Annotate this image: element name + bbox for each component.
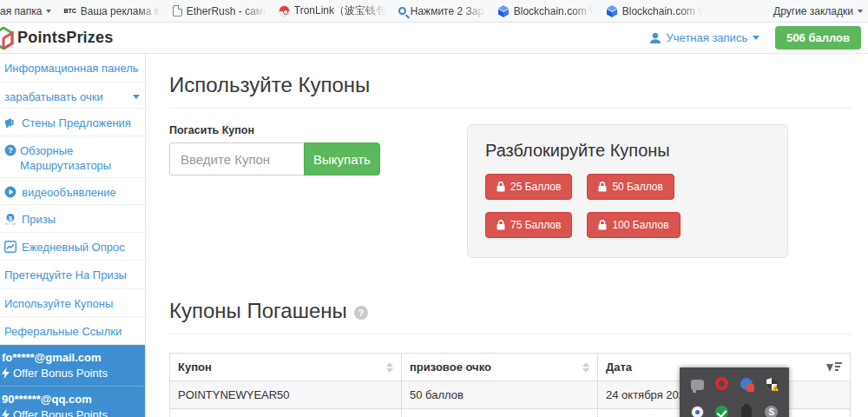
lock-icon — [598, 182, 607, 192]
opera-icon[interactable] — [715, 377, 728, 390]
notification-offer-text: Offer Bonus Points — [13, 408, 108, 417]
sidebar-item-survey-routers[interactable]: ? Обзорные Маршрутизаторы — [0, 136, 145, 178]
unlock-25-points-button[interactable]: 25 Баллов — [485, 174, 572, 200]
bookmark-item[interactable]: Blockchain.com Wa — [606, 5, 702, 17]
system-tray-popup: ! S — [680, 367, 789, 417]
lock-icon — [598, 220, 607, 230]
unlock-50-points-button[interactable]: 50 Баллов — [587, 174, 674, 200]
brand-name: PointsPrizes — [17, 29, 113, 47]
chat-tooltip-icon[interactable] — [691, 380, 704, 390]
help-icon[interactable]: ? — [354, 306, 368, 320]
media-player-icon[interactable] — [691, 406, 704, 417]
lightning-icon — [2, 409, 10, 417]
other-bookmarks-button[interactable]: Другие закладки — [773, 5, 863, 17]
bookmark-label: EtherRush - самый — [187, 5, 266, 17]
notification-offer-text: Offer Bonus Points — [13, 367, 108, 380]
tronlink-favicon — [279, 5, 290, 17]
sidebar-item-use-coupons[interactable]: Используйте Купоны — [0, 289, 145, 317]
coupon-cell: Тень 25 — [170, 409, 402, 417]
sidebar-item-label: Реферальные Ссылки — [4, 324, 140, 339]
question-circle-icon: ? — [4, 144, 16, 156]
column-header-points[interactable]: призовое очко — [402, 354, 598, 381]
sidebar-item-label: Призы — [22, 212, 140, 227]
column-label: Купон — [178, 361, 386, 374]
sidebar-item-label: зарабатывать очки — [4, 89, 133, 104]
unlock-coupons-panel: Разблокируйте Купоны 25 Баллов — [467, 124, 788, 258]
chevron-down-icon — [753, 36, 760, 40]
pointsprizes-logo-icon — [0, 27, 15, 50]
sidebar-item-label: Обзорные Маршрутизаторы — [20, 143, 140, 173]
other-bookmarks-label: Другие закладки — [773, 5, 853, 17]
bookmark-label: Blockchain.com Wa — [622, 5, 702, 17]
bookmark-label: ая папка — [0, 5, 42, 17]
sidebar-item-label: Стены Предложения — [22, 116, 140, 130]
page-title: Используйте Купоны — [169, 73, 851, 97]
sidebar-item-label: Информационная панель — [4, 61, 140, 76]
bookmark-label: Blockchain.com Wa — [514, 5, 594, 17]
coupon-input[interactable] — [169, 142, 304, 175]
account-menu-button[interactable]: Учетная запись — [649, 31, 760, 44]
chevron-down-icon — [46, 10, 51, 13]
sidebar-item-dashboard[interactable]: Информационная панель — [0, 54, 145, 83]
bookmark-item[interactable]: BTC Ваша реклама в с — [63, 5, 160, 17]
defender-shield-warning-icon[interactable]: ! — [765, 377, 779, 391]
chart-line-icon — [4, 241, 16, 253]
green-check-icon[interactable] — [715, 406, 728, 417]
unlock-75-points-button[interactable]: 75 Баллов — [485, 212, 572, 238]
svg-text:?: ? — [8, 146, 13, 155]
bookmark-item[interactable]: Blockchain.com Wa — [497, 5, 594, 17]
play-circle-icon — [4, 186, 16, 198]
sidebar-item-prizes[interactable]: $ Призы — [0, 205, 145, 233]
account-label: Учетная запись — [667, 31, 748, 44]
chevron-down-icon — [133, 95, 140, 99]
bookmark-item[interactable]: Нажмите 2 Зараб — [398, 5, 485, 17]
lightning-icon — [2, 367, 10, 379]
sort-icon — [386, 362, 393, 373]
sidebar-item-daily-survey[interactable]: Ежедневный Опрос — [0, 233, 145, 261]
unlock-100-points-button[interactable]: 100 Баллов — [587, 212, 680, 238]
unlock-button-label: 50 Баллов — [612, 181, 662, 193]
bonus-notification-gmail[interactable]: fo*****@gmail.com Offer Bonus Points — [0, 345, 145, 387]
sidebar-item-label: Ежедневный Опрос — [22, 240, 140, 255]
megaphone-icon — [4, 116, 16, 129]
lock-icon — [496, 220, 505, 230]
unlock-button-label: 75 Баллов — [510, 219, 561, 231]
sidebar-item-offer-walls[interactable]: Стены Предложения — [0, 109, 145, 136]
bookmark-item[interactable]: TronLink（波宝钱包 — [279, 3, 386, 18]
bonus-notification-qq[interactable]: 90******@qq.com Offer Bonus Points — [0, 387, 145, 417]
notification-email: 90******@qq.com — [2, 393, 140, 406]
skype-offline-icon[interactable]: S — [765, 406, 778, 417]
redeemed-coupons-title: Купоны Погашены — [169, 299, 347, 323]
btc-favicon: BTC — [63, 8, 76, 14]
column-label: призовое очко — [410, 361, 582, 374]
points-balance-badge[interactable]: 506 баллов — [775, 26, 861, 50]
person-icon — [649, 32, 661, 44]
unlock-panel-title: Разблокируйте Купоны — [485, 141, 770, 161]
bookmark-label: Нажмите 2 Зараб — [411, 5, 485, 17]
sidebar-item-earn-points[interactable]: зарабатывать очки — [0, 83, 145, 109]
brand-logo-link[interactable]: PointsPrizes — [0, 27, 113, 50]
sidebar-nav: Информационная панель зарабатывать очки … — [0, 54, 146, 417]
bookmark-folder[interactable]: ая папка — [0, 5, 51, 17]
bookmark-item[interactable]: EtherRush - самый — [173, 5, 266, 17]
browser-bookmarks-bar: ая папка BTC Ваша реклама в с EtherRush … — [0, 0, 868, 23]
dark-figure-icon[interactable] — [741, 407, 752, 417]
divider — [169, 334, 851, 334]
column-header-coupon[interactable]: Купон — [170, 354, 402, 381]
sidebar-item-claim-prizes[interactable]: Претендуйте На Призы — [0, 261, 145, 289]
blockchain-cube-icon — [497, 5, 510, 17]
points-cell: 50 баллов — [402, 381, 598, 409]
sidebar-item-referral-links[interactable]: Реферальные Ссылки — [0, 317, 145, 345]
divider — [169, 108, 851, 109]
redeem-button[interactable]: Выкупать — [304, 142, 380, 175]
svg-text:$: $ — [9, 215, 12, 222]
redeem-coupon-label: Погасить Купон — [169, 124, 467, 136]
coupon-cell: POINTYNEWYEAR50 — [170, 381, 402, 409]
search-icon — [398, 7, 406, 15]
app-blue-red-icon[interactable] — [740, 378, 753, 390]
unlock-button-label: 100 Баллов — [612, 219, 668, 231]
sidebar-item-video-ads[interactable]: видеообъявление — [0, 178, 145, 205]
chevron-down-icon — [858, 10, 863, 13]
notification-email: fo*****@gmail.com — [2, 351, 140, 364]
unlock-button-label: 25 Баллов — [510, 181, 561, 193]
